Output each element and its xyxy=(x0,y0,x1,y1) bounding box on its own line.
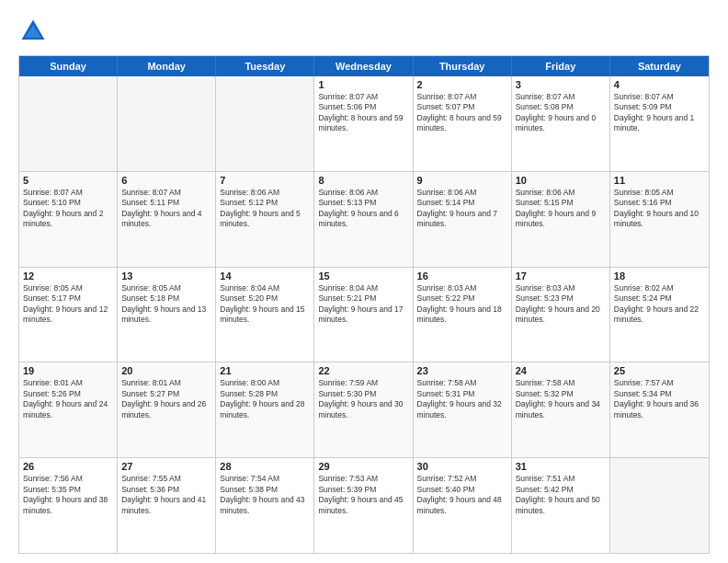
calendar-cell: 21Sunrise: 8:00 AMSunset: 5:28 PMDayligh… xyxy=(216,362,314,457)
calendar-cell: 10Sunrise: 8:06 AMSunset: 5:15 PMDayligh… xyxy=(512,172,610,267)
header-day-tuesday: Tuesday xyxy=(216,56,314,76)
day-info: Sunrise: 8:04 AMSunset: 5:20 PMDaylight:… xyxy=(220,283,310,326)
day-number: 8 xyxy=(318,175,408,186)
day-info: Sunrise: 7:59 AMSunset: 5:30 PMDaylight:… xyxy=(318,378,408,420)
header-day-monday: Monday xyxy=(118,56,216,76)
calendar-row: 1Sunrise: 8:07 AMSunset: 5:06 PMDaylight… xyxy=(19,76,709,171)
calendar-cell: 15Sunrise: 8:04 AMSunset: 5:21 PMDayligh… xyxy=(314,268,413,362)
calendar-cell: 6Sunrise: 8:07 AMSunset: 5:11 PMDaylight… xyxy=(118,172,216,267)
day-number: 4 xyxy=(614,79,705,90)
day-info: Sunrise: 8:06 AMSunset: 5:14 PMDaylight:… xyxy=(417,188,507,230)
day-number: 22 xyxy=(318,365,408,376)
day-info: Sunrise: 7:52 AMSunset: 5:40 PMDaylight:… xyxy=(417,474,507,516)
page: SundayMondayTuesdayWednesdayThursdayFrid… xyxy=(0,0,728,563)
day-number: 24 xyxy=(516,365,606,376)
day-info: Sunrise: 7:56 AMSunset: 5:35 PMDaylight:… xyxy=(23,474,113,516)
calendar-cell: 28Sunrise: 7:54 AMSunset: 5:38 PMDayligh… xyxy=(216,458,314,553)
day-info: Sunrise: 8:01 AMSunset: 5:27 PMDaylight:… xyxy=(121,378,211,420)
day-number: 2 xyxy=(417,79,507,90)
calendar-cell: 11Sunrise: 8:05 AMSunset: 5:16 PMDayligh… xyxy=(610,172,709,267)
day-number: 16 xyxy=(417,270,507,282)
calendar-cell xyxy=(216,76,314,171)
day-number: 10 xyxy=(516,175,606,186)
calendar-body: 1Sunrise: 8:07 AMSunset: 5:06 PMDaylight… xyxy=(19,76,709,553)
day-info: Sunrise: 7:58 AMSunset: 5:31 PMDaylight:… xyxy=(417,378,507,420)
calendar-row: 5Sunrise: 8:07 AMSunset: 5:10 PMDaylight… xyxy=(19,171,709,267)
day-info: Sunrise: 8:07 AMSunset: 5:06 PMDaylight:… xyxy=(318,92,408,134)
day-number: 6 xyxy=(121,175,211,186)
calendar-cell: 4Sunrise: 8:07 AMSunset: 5:09 PMDaylight… xyxy=(610,76,709,171)
day-info: Sunrise: 8:07 AMSunset: 5:10 PMDaylight:… xyxy=(23,188,113,230)
calendar-row: 12Sunrise: 8:05 AMSunset: 5:17 PMDayligh… xyxy=(19,267,709,362)
calendar-cell: 19Sunrise: 8:01 AMSunset: 5:26 PMDayligh… xyxy=(19,362,118,457)
day-info: Sunrise: 8:07 AMSunset: 5:11 PMDaylight:… xyxy=(121,188,211,230)
day-number: 17 xyxy=(516,270,606,282)
day-number: 20 xyxy=(121,365,211,376)
day-info: Sunrise: 8:05 AMSunset: 5:16 PMDaylight:… xyxy=(614,188,705,230)
day-info: Sunrise: 8:02 AMSunset: 5:24 PMDaylight:… xyxy=(614,283,705,326)
header-day-thursday: Thursday xyxy=(414,56,512,76)
calendar-cell: 7Sunrise: 8:06 AMSunset: 5:12 PMDaylight… xyxy=(216,172,314,267)
calendar-row: 19Sunrise: 8:01 AMSunset: 5:26 PMDayligh… xyxy=(19,362,709,457)
calendar-cell: 2Sunrise: 8:07 AMSunset: 5:07 PMDaylight… xyxy=(414,76,512,171)
calendar-cell: 8Sunrise: 8:06 AMSunset: 5:13 PMDaylight… xyxy=(314,172,413,267)
calendar-cell: 30Sunrise: 7:52 AMSunset: 5:40 PMDayligh… xyxy=(414,458,512,553)
calendar-cell: 3Sunrise: 8:07 AMSunset: 5:08 PMDaylight… xyxy=(512,76,610,171)
day-number: 29 xyxy=(318,461,408,472)
day-info: Sunrise: 8:07 AMSunset: 5:08 PMDaylight:… xyxy=(516,92,606,134)
day-number: 14 xyxy=(220,270,310,282)
day-info: Sunrise: 8:06 AMSunset: 5:13 PMDaylight:… xyxy=(318,188,408,230)
calendar-cell: 23Sunrise: 7:58 AMSunset: 5:31 PMDayligh… xyxy=(414,362,512,457)
day-info: Sunrise: 8:05 AMSunset: 5:18 PMDaylight:… xyxy=(121,283,211,326)
header-day-saturday: Saturday xyxy=(610,56,709,76)
day-number: 26 xyxy=(23,461,113,472)
day-info: Sunrise: 8:06 AMSunset: 5:12 PMDaylight:… xyxy=(220,188,310,230)
day-info: Sunrise: 8:04 AMSunset: 5:21 PMDaylight:… xyxy=(318,283,408,326)
calendar-cell: 13Sunrise: 8:05 AMSunset: 5:18 PMDayligh… xyxy=(118,268,216,362)
day-info: Sunrise: 8:06 AMSunset: 5:15 PMDaylight:… xyxy=(516,188,606,230)
header-day-friday: Friday xyxy=(512,56,610,76)
day-number: 12 xyxy=(23,270,113,282)
day-number: 31 xyxy=(516,461,606,472)
calendar-cell: 31Sunrise: 7:51 AMSunset: 5:42 PMDayligh… xyxy=(512,458,610,553)
calendar-cell xyxy=(19,76,118,171)
day-number: 3 xyxy=(516,79,606,90)
calendar-cell: 29Sunrise: 7:53 AMSunset: 5:39 PMDayligh… xyxy=(314,458,413,553)
day-number: 5 xyxy=(23,175,113,186)
day-number: 13 xyxy=(121,270,211,282)
day-number: 19 xyxy=(23,365,113,376)
calendar-cell xyxy=(610,458,709,553)
day-number: 27 xyxy=(121,461,211,472)
day-info: Sunrise: 8:07 AMSunset: 5:09 PMDaylight:… xyxy=(614,92,705,134)
calendar-cell: 17Sunrise: 8:03 AMSunset: 5:23 PMDayligh… xyxy=(512,268,610,362)
day-number: 11 xyxy=(614,175,705,186)
calendar-cell: 27Sunrise: 7:55 AMSunset: 5:36 PMDayligh… xyxy=(118,458,216,553)
calendar-cell: 1Sunrise: 8:07 AMSunset: 5:06 PMDaylight… xyxy=(314,76,413,171)
calendar-cell xyxy=(118,76,216,171)
calendar-cell: 24Sunrise: 7:58 AMSunset: 5:32 PMDayligh… xyxy=(512,362,610,457)
logo-icon xyxy=(18,17,48,46)
calendar-cell: 9Sunrise: 8:06 AMSunset: 5:14 PMDaylight… xyxy=(414,172,512,267)
day-number: 23 xyxy=(417,365,507,376)
calendar-cell: 26Sunrise: 7:56 AMSunset: 5:35 PMDayligh… xyxy=(19,458,118,553)
logo xyxy=(18,17,51,46)
day-info: Sunrise: 8:03 AMSunset: 5:22 PMDaylight:… xyxy=(417,283,507,326)
day-info: Sunrise: 7:58 AMSunset: 5:32 PMDaylight:… xyxy=(516,378,606,420)
calendar-cell: 12Sunrise: 8:05 AMSunset: 5:17 PMDayligh… xyxy=(19,268,118,362)
header xyxy=(18,17,710,46)
day-number: 21 xyxy=(220,365,310,376)
day-number: 28 xyxy=(220,461,310,472)
day-info: Sunrise: 7:53 AMSunset: 5:39 PMDaylight:… xyxy=(318,474,408,516)
day-number: 9 xyxy=(417,175,507,186)
day-number: 25 xyxy=(614,365,705,376)
calendar-cell: 25Sunrise: 7:57 AMSunset: 5:34 PMDayligh… xyxy=(610,362,709,457)
day-number: 1 xyxy=(318,79,408,90)
calendar-cell: 16Sunrise: 8:03 AMSunset: 5:22 PMDayligh… xyxy=(414,268,512,362)
day-info: Sunrise: 8:07 AMSunset: 5:07 PMDaylight:… xyxy=(417,92,507,134)
day-number: 15 xyxy=(318,270,408,282)
calendar-header: SundayMondayTuesdayWednesdayThursdayFrid… xyxy=(19,56,709,76)
day-info: Sunrise: 8:00 AMSunset: 5:28 PMDaylight:… xyxy=(220,378,310,420)
calendar-row: 26Sunrise: 7:56 AMSunset: 5:35 PMDayligh… xyxy=(19,457,709,553)
day-info: Sunrise: 8:03 AMSunset: 5:23 PMDaylight:… xyxy=(516,283,606,326)
day-number: 30 xyxy=(417,461,507,472)
